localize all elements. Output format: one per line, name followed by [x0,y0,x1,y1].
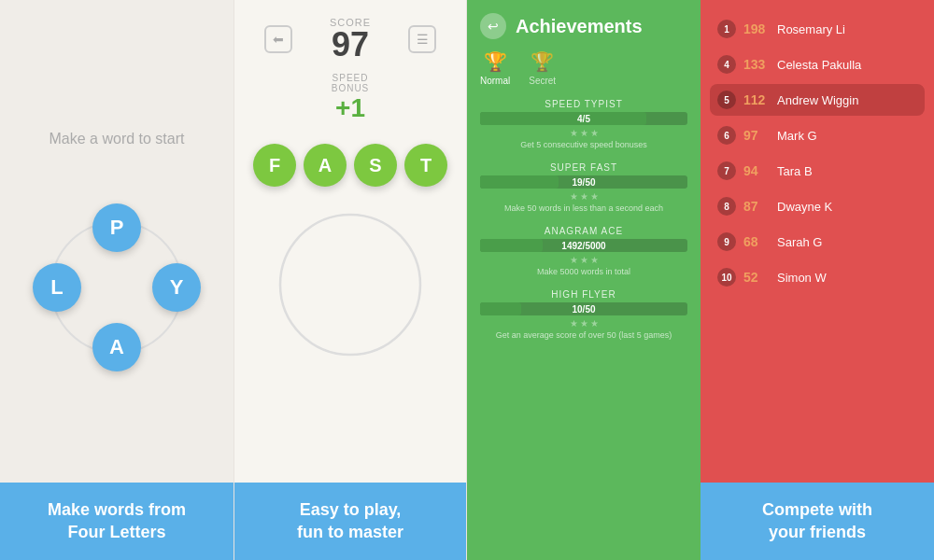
letter-a[interactable]: A [92,323,141,371]
lb-score: 52 [743,270,777,285]
ach-speed-typist-desc: Get 5 consecutive speed bonuses [480,140,687,149]
speed-bonus-label: SPEEDBONUS [332,73,370,93]
ach-high-flyer-bar-fill [480,302,521,315]
menu-icon[interactable]: ☰ [408,25,436,53]
lb-rank: 10 [717,268,736,287]
lb-name: Rosemary Li [777,22,845,36]
lb-rank: 9 [717,232,736,251]
achievements-header: ↩ Achievements [480,13,687,39]
lb-score: 97 [743,128,777,143]
ach-super-fast-title: SUPER FAST [480,162,687,173]
leaderboard-row: 9 68 Sarah G [710,226,925,258]
panel-make-words: Make a word to start P L Y A Make words … [0,0,234,560]
lb-rank: 5 [717,91,736,109]
panel-easy-play: ⬅ SCORE 97 ☰ SPEEDBONUS +1 F A S T Easy … [234,0,467,560]
tab-normal-label: Normal [480,76,510,86]
lb-score: 133 [743,57,777,72]
fast-a: A [304,144,347,187]
ach-high-flyer-stars: ★ ★ ★ [480,318,687,329]
back-icon[interactable]: ⬅ [264,25,292,53]
star3: ★ [590,128,599,138]
lb-rank: 4 [717,55,736,74]
ach-back-button[interactable]: ↩ [480,13,506,39]
leaderboard: 1 198 Rosemary Li 4 133 Celesta Pakulla … [700,0,934,483]
lb-score: 68 [743,234,777,249]
star1: ★ [570,318,578,329]
ach-speed-typist-progress: 4/5 [577,114,590,124]
tab-secret-label: Secret [529,76,556,86]
panel2-content: ⬅ SCORE 97 ☰ SPEEDBONUS +1 F A S T [253,0,447,483]
fast-s: S [354,144,397,187]
ach-high-flyer-desc: Get an average score of over 50 (last 5 … [480,330,687,340]
star2: ★ [580,255,588,265]
ach-speed-typist-bar-bg: 4/5 [480,112,687,125]
letter-l[interactable]: L [33,263,81,312]
ach-super-fast-bar-bg: 19/50 [480,175,687,189]
star3: ★ [590,191,599,202]
lb-name: Dwayne K [777,200,832,214]
ach-high-flyer-title: HIGH FLYER [480,289,687,300]
ach-high-flyer-progress: 10/50 [572,304,595,315]
leaderboard-row: 8 87 Dwayne K [710,190,925,222]
lb-score: 94 [743,163,777,178]
star2: ★ [580,318,588,329]
star1: ★ [570,128,578,138]
letter-circle: P L Y A [33,203,201,371]
leaderboard-row: 6 97 Mark G [710,119,925,151]
letter-p[interactable]: P [92,203,141,252]
achievement-high-flyer: HIGH FLYER 10/50 ★ ★ ★ Get an average sc… [480,289,687,340]
lb-score: 87 [743,199,777,214]
lb-score: 112 [743,92,777,107]
panel4-footer: Compete withyour friends [700,483,934,560]
star2: ★ [580,191,588,202]
panel1-footer-text: Make words fromFour Letters [48,500,186,540]
ach-anagram-ace-title: ANAGRAM ACE [480,226,687,236]
lb-name: Andrew Wiggin [777,93,858,107]
svg-point-1 [280,215,420,355]
lb-rank: 8 [717,197,736,216]
score-display: SCORE 97 [330,17,371,62]
panel-compete: 1 198 Rosemary Li 4 133 Celesta Pakulla … [700,0,934,560]
trophy-secret-icon: 🏆 [531,50,554,73]
panel2-footer-text: Easy to play,fun to master [297,500,403,540]
ach-anagram-ace-stars: ★ ★ ★ [480,255,687,265]
panel1-footer: Make words fromFour Letters [0,483,234,560]
star3: ★ [590,255,599,265]
letter-y[interactable]: Y [152,263,201,312]
panel4-footer-text: Compete withyour friends [762,500,872,540]
lb-rank: 7 [717,161,736,180]
lb-name: Mark G [777,129,817,143]
ach-anagram-ace-bar-fill [480,239,543,252]
lb-name: Tara B [777,164,813,178]
ach-super-fast-progress: 19/50 [572,177,595,188]
ach-super-fast-stars: ★ ★ ★ [480,191,687,202]
achievements-title: Achievements [516,16,643,37]
lb-name: Celesta Pakulla [777,58,861,72]
achievement-anagram-ace: ANAGRAM ACE 1492/5000 ★ ★ ★ Make 5000 wo… [480,226,687,276]
fast-t: T [404,144,447,187]
ach-speed-typist-stars: ★ ★ ★ [480,128,687,138]
speed-bonus-value: +1 [332,93,370,123]
panel2-footer: Easy to play,fun to master [234,483,466,560]
star2: ★ [580,128,588,138]
ach-anagram-ace-progress: 1492/5000 [561,241,605,251]
lb-rank: 6 [717,126,736,145]
panel-achievements: ↩ Achievements 🏆 Normal 🏆 Secret SPEED T… [467,0,700,560]
ach-high-flyer-bar-bg: 10/50 [480,302,687,315]
tab-secret[interactable]: 🏆 Secret [529,50,556,86]
ach-super-fast-bar-fill [480,175,559,189]
ach-speed-typist-bar-fill [480,112,646,125]
ach-speed-typist-title: SPEED TYPIST [480,99,687,109]
leaderboard-row: 4 133 Celesta Pakulla [710,49,925,80]
star1: ★ [570,255,578,265]
star1: ★ [570,191,578,202]
score-header: ⬅ SCORE 97 ☰ [253,9,447,69]
tab-normal[interactable]: 🏆 Normal [480,50,510,86]
achievements-tabs: 🏆 Normal 🏆 Secret [480,50,687,86]
lb-name: Sarah G [777,235,822,249]
panel1-content: Make a word to start P L Y A [33,0,201,483]
lb-name: Simon W [777,271,827,285]
trophy-normal-icon: 🏆 [484,50,507,73]
ach-super-fast-desc: Make 50 words in less than a second each [480,203,687,213]
big-circle [271,205,430,364]
